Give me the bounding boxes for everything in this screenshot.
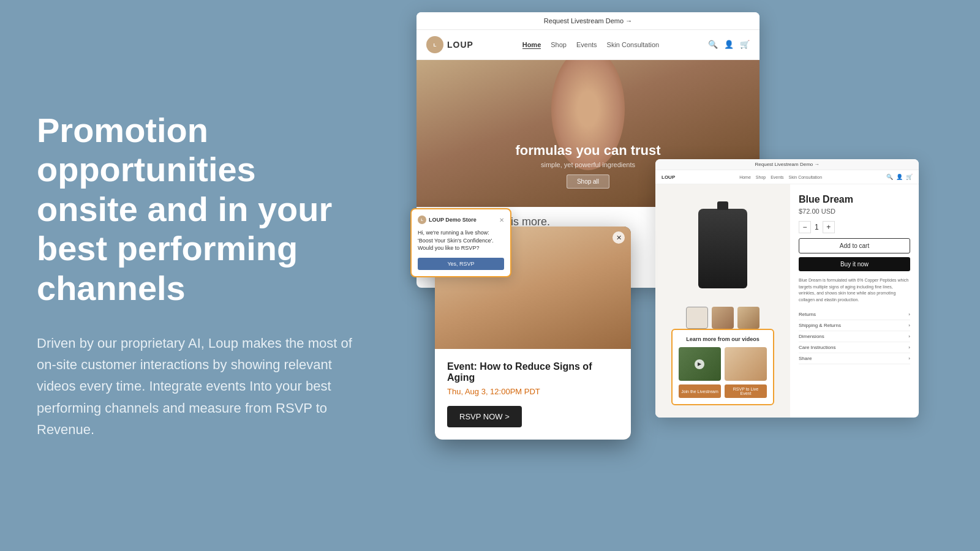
product-details-column: Blue Dream $72.00 USD − 1 + Add to cart … — [790, 184, 919, 418]
product-description: Blue Dream is formulated with 6% Copper … — [799, 277, 910, 303]
product-cart-icon[interactable]: 🛒 — [906, 174, 913, 180]
product-name: Blue Dream — [799, 194, 910, 205]
qty-plus-button[interactable]: + — [823, 221, 835, 233]
nav-links: Home Shop Events Skin Consultation — [522, 41, 660, 49]
accordion-dimensions[interactable]: Dimensions› — [799, 331, 910, 342]
shop-all-button[interactable]: Shop all — [567, 174, 609, 189]
product-nav-home[interactable]: Home — [739, 175, 751, 179]
accordion-care[interactable]: Care Instructions› — [799, 342, 910, 353]
nav-icons: 🔍 👤 🛒 — [708, 40, 750, 50]
videos-section: Learn more from our videos ▶ Join the Li… — [671, 329, 774, 405]
product-body: Learn more from our videos ▶ Join the Li… — [655, 184, 919, 418]
search-icon[interactable]: 🔍 — [708, 40, 718, 50]
right-panel: Request Livestream Demo → L LOUP Home Sh… — [404, 0, 980, 551]
qty-minus-button[interactable]: − — [799, 221, 811, 233]
product-page: Request Livestream Demo → LOUP Home Shop… — [655, 159, 919, 418]
product-qty: − 1 + — [799, 221, 910, 233]
product-thumb-2[interactable] — [712, 307, 734, 329]
rsvp-live-event-button[interactable]: RSVP to Live Event — [725, 384, 767, 398]
event-title: Event: How to Reduce Signs of Aging — [447, 361, 619, 383]
popup-notification: L LOUP Demo Store ✕ Hi, we're running a … — [410, 208, 511, 277]
page-title: Promotion opportunities onsite and in yo… — [37, 111, 355, 308]
event-rsvp-button[interactable]: RSVP NOW > — [447, 406, 522, 427]
popup-rsvp-button[interactable]: Yes, RSVP — [418, 258, 504, 270]
qty-value: 1 — [815, 223, 819, 231]
logo-icon: L — [426, 36, 443, 53]
product-nav-shop[interactable]: Shop — [756, 175, 766, 179]
product-user-icon[interactable]: 👤 — [896, 174, 903, 180]
product-nav-icons: 🔍 👤 🛒 — [886, 174, 913, 180]
videos-title: Learn more from our videos — [679, 336, 767, 342]
add-to-cart-button[interactable]: Add to cart — [799, 238, 910, 253]
nav-skin[interactable]: Skin Consultation — [607, 41, 660, 49]
left-panel: Promotion opportunities onsite and in yo… — [0, 0, 392, 551]
product-accordion: Returns› Shipping & Returns› Dimensions›… — [799, 309, 910, 364]
accordion-returns[interactable]: Returns› — [799, 309, 910, 320]
event-date: Thu, Aug 3, 12:00PM PDT — [447, 387, 619, 396]
nav-events[interactable]: Events — [576, 41, 597, 49]
event-close-button[interactable]: ✕ — [612, 231, 625, 244]
nav-shop[interactable]: Shop — [551, 41, 567, 49]
popup-message: Hi, we're running a live show: 'Boost Yo… — [418, 229, 504, 252]
accordion-shipping[interactable]: Shipping & Returns› — [799, 320, 910, 331]
popup-header: L LOUP Demo Store ✕ — [418, 216, 504, 224]
product-nav-links: Home Shop Events Skin Consultation — [739, 175, 822, 179]
product-nav-skin[interactable]: Skin Consultation — [789, 175, 822, 179]
popup-close-button[interactable]: ✕ — [499, 217, 504, 223]
video-thumbs-row: ▶ — [679, 347, 767, 381]
nav-home[interactable]: Home — [522, 41, 541, 49]
video-thumb-2[interactable] — [725, 347, 767, 381]
user-icon[interactable]: 👤 — [724, 40, 734, 50]
popup-brand: LOUP Demo Store — [429, 217, 477, 223]
product-bottle-image — [698, 209, 747, 288]
logo-text: LOUP — [447, 40, 473, 50]
product-nav: LOUP Home Shop Events Skin Consultation … — [655, 170, 919, 184]
hero-title: formulas you can trust — [417, 143, 760, 159]
buy-now-button[interactable]: Buy it now — [799, 257, 910, 271]
product-search-icon[interactable]: 🔍 — [886, 174, 893, 180]
event-content: Event: How to Reduce Signs of Aging Thu,… — [435, 349, 631, 440]
popup-logo: L LOUP Demo Store — [418, 216, 477, 224]
join-livestream-button[interactable]: Join the Livestream — [679, 384, 721, 398]
product-image-column: Learn more from our videos ▶ Join the Li… — [655, 184, 790, 418]
description-text: Driven by our proprietary AI, Loup makes… — [37, 332, 355, 440]
product-thumb-3[interactable] — [737, 307, 760, 329]
cart-icon[interactable]: 🛒 — [740, 40, 750, 50]
product-thumbnails — [686, 307, 760, 329]
product-thumb-1[interactable] — [686, 307, 708, 329]
product-nav-events[interactable]: Events — [771, 175, 783, 179]
logo-area: L LOUP — [426, 36, 473, 53]
popup-logo-icon: L — [418, 216, 426, 224]
accordion-share[interactable]: Share› — [799, 353, 910, 364]
video-thumb-1[interactable]: ▶ — [679, 347, 721, 381]
product-request-bar[interactable]: Request Livestream Demo → — [655, 159, 919, 170]
video-btn-row: Join the Livestream RSVP to Live Event — [679, 384, 767, 398]
product-price: $72.00 USD — [799, 208, 910, 215]
request-demo-bar[interactable]: Request Livestream Demo → — [544, 17, 632, 24]
browser-top-bar: Request Livestream Demo → — [417, 12, 760, 30]
main-nav-bar: L LOUP Home Shop Events Skin Consultatio… — [417, 30, 760, 60]
product-logo: LOUP — [662, 174, 675, 180]
play-icon-1: ▶ — [695, 359, 704, 369]
